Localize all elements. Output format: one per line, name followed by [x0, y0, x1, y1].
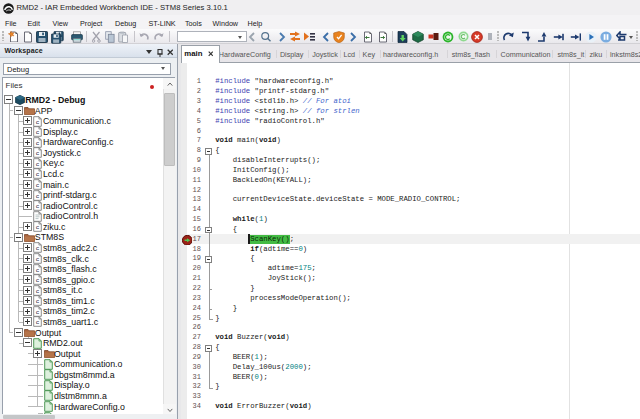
svg-text:c: c	[36, 139, 40, 146]
svg-text:c: c	[36, 150, 40, 157]
svg-text:c: c	[36, 118, 40, 125]
svg-text:c: c	[36, 266, 40, 273]
svg-text:c: c	[36, 171, 40, 178]
svg-text:c: c	[36, 224, 40, 231]
svg-text:c: c	[36, 203, 40, 210]
svg-text:c: c	[36, 298, 40, 305]
svg-text:c: c	[36, 161, 40, 168]
svg-text:c: c	[36, 277, 40, 284]
svg-text:c: c	[36, 182, 40, 189]
svg-text:c: c	[36, 256, 40, 263]
svg-text:c: c	[36, 287, 40, 294]
svg-text:c: c	[36, 245, 40, 252]
svg-text:c: c	[36, 308, 40, 315]
svg-text:c: c	[36, 129, 40, 136]
svg-text:c: c	[36, 192, 40, 199]
svg-text:c: c	[36, 319, 40, 326]
